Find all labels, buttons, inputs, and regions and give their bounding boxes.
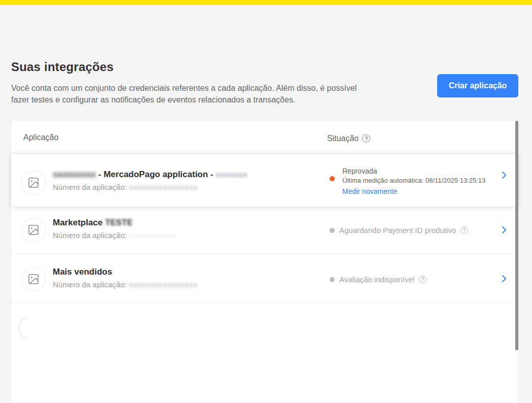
status-block: Aguardando Payment ID produtivo ? bbox=[330, 226, 468, 234]
status-label: Avaliação indisponível bbox=[339, 275, 414, 284]
partial-avatar-circle bbox=[18, 316, 42, 340]
page-title: Suas integrações bbox=[11, 60, 114, 74]
table-row[interactable]: xxxxxxxxx - MercadoPago application - xx… bbox=[11, 154, 518, 207]
application-title-text: - MercadoPago application - bbox=[98, 170, 214, 179]
application-title-text: Marketplace bbox=[53, 218, 102, 227]
redacted-title-prefix: xxxxxxxxx bbox=[53, 170, 96, 179]
application-number: Número da aplicação: xxxxxxxxxxxxxxxx bbox=[53, 280, 198, 289]
column-header-status: Situação ? bbox=[327, 134, 370, 143]
status-help-icon[interactable]: ? bbox=[362, 135, 370, 143]
status-dot-neutral bbox=[330, 228, 335, 233]
application-title-text: Mais vendidos bbox=[53, 267, 112, 277]
status-block: Reprovada Última medição automática: 08/… bbox=[342, 167, 485, 195]
create-application-button[interactable]: Criar aplicação bbox=[437, 74, 518, 97]
application-title: xxxxxxxxx - MercadoPago application - xx… bbox=[53, 170, 247, 180]
vertical-scrollbar[interactable] bbox=[515, 121, 518, 350]
page-description: Você conta com um conjunto de credenciai… bbox=[11, 82, 376, 106]
redacted-title-suffix: xxxxxxxx bbox=[216, 171, 247, 179]
page: Suas integrações Você conta com um conju… bbox=[0, 0, 532, 403]
integrations-table-card: Aplicação Situação ? xxxxxxxxx - Mercado… bbox=[11, 121, 518, 403]
application-title: Mais vendidos bbox=[53, 267, 198, 277]
application-number: Número da aplicação: xxxxxxxxxxxxxxxx bbox=[53, 183, 247, 191]
column-header-application: Aplicação bbox=[23, 133, 58, 142]
redacted-application-number: ---------------- bbox=[129, 231, 178, 240]
status-block: Avaliação indisponível ? bbox=[330, 275, 427, 284]
chevron-right-icon[interactable] bbox=[500, 171, 508, 179]
chevron-right-icon[interactable] bbox=[500, 226, 508, 234]
application-info: xxxxxxxxx - MercadoPago application - xx… bbox=[53, 170, 247, 191]
status-help-icon[interactable]: ? bbox=[460, 226, 468, 234]
table-header: Aplicação Situação ? bbox=[11, 121, 518, 154]
status-label: Reprovada bbox=[342, 167, 485, 175]
redacted-application-number: xxxxxxxxxxxxxxxx bbox=[129, 183, 198, 191]
brand-yellow-topbar bbox=[0, 0, 532, 5]
column-header-status-label: Situação bbox=[327, 134, 359, 143]
application-image-icon bbox=[21, 171, 46, 195]
application-number-label: Número da aplicação: bbox=[53, 231, 127, 240]
application-number-label: Número da aplicação: bbox=[53, 280, 127, 289]
application-number-label: Número da aplicação: bbox=[53, 183, 127, 191]
chevron-right-icon[interactable] bbox=[500, 275, 508, 283]
application-info: Mais vendidos Número da aplicação: xxxxx… bbox=[53, 267, 198, 289]
table-row[interactable]: Marketplace TESTE Número da aplicação: -… bbox=[11, 207, 518, 254]
application-number: Número da aplicação: ---------------- bbox=[53, 231, 178, 240]
application-image-icon bbox=[21, 267, 46, 291]
application-title: Marketplace TESTE bbox=[53, 218, 178, 228]
loading-row-area bbox=[11, 303, 518, 402]
status-help-icon[interactable]: ? bbox=[419, 276, 427, 283]
status-dot-error bbox=[330, 176, 335, 181]
status-detail: Última medição automática: 08/11/2025 13… bbox=[342, 177, 485, 184]
status-label: Aguardando Payment ID produtivo bbox=[339, 226, 456, 234]
table-row[interactable]: Mais vendidos Número da aplicação: xxxxx… bbox=[11, 254, 518, 303]
application-image-icon bbox=[21, 218, 46, 242]
application-info: Marketplace TESTE Número da aplicação: -… bbox=[53, 218, 178, 240]
measure-again-link[interactable]: Medir novamente bbox=[342, 187, 485, 195]
status-dot-neutral bbox=[330, 277, 335, 282]
redacted-application-number: xxxxxxxxxxxxxxxx bbox=[129, 280, 198, 289]
redacted-title-suffix: TESTE bbox=[105, 218, 133, 227]
